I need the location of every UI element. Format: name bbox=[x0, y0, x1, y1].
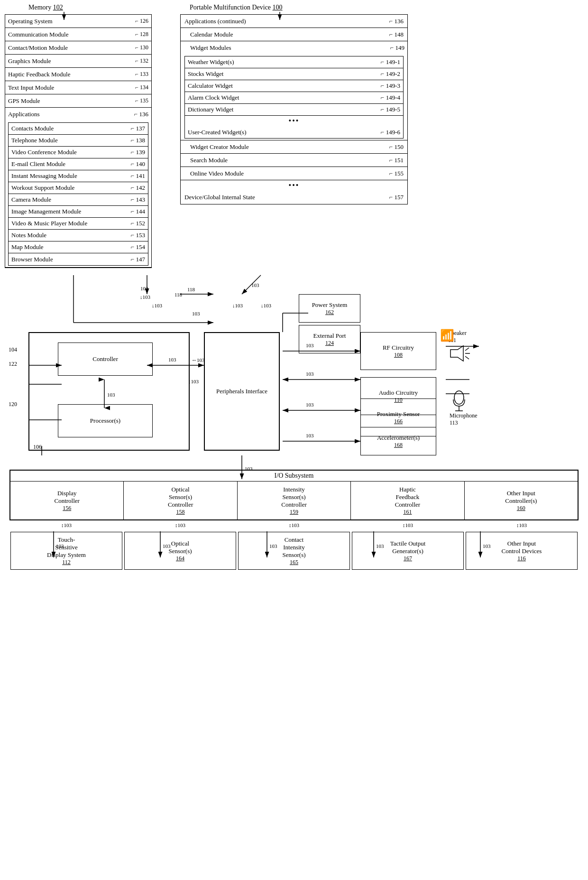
sub-notes: Notes Module ⌐ 153 bbox=[9, 230, 148, 241]
device-row-search: Search Module ⌐ 151 bbox=[181, 154, 407, 167]
controller-label: Controller bbox=[92, 355, 118, 363]
power-system-block: Power System 162 bbox=[299, 294, 360, 323]
memory-row-contact: Contact/Motion Module ⌐ 130 bbox=[5, 41, 151, 55]
controller-block: Controller bbox=[58, 343, 153, 376]
accel-label: Accelerometer(s) bbox=[377, 434, 420, 442]
sub-map: Map Module ⌐ 154 bbox=[9, 241, 148, 253]
memory-label: Memory 102 bbox=[28, 4, 63, 11]
io-ctrl-optical-ref: 158 bbox=[168, 509, 193, 516]
antenna-icon: 📶 bbox=[440, 329, 454, 342]
graphics-ref: ⌐ 132 bbox=[135, 57, 148, 65]
io-ctrl-haptic: HapticFeedbackController 161 bbox=[351, 482, 464, 519]
microphone-container: Microphone 113 bbox=[450, 389, 478, 426]
comm-label: Communication Module bbox=[8, 31, 133, 38]
memory-apps-group: Applications ⌐ 136 Contacts Module ⌐ 137… bbox=[5, 108, 151, 268]
sub-contacts: Contacts Module ⌐ 137 bbox=[9, 123, 148, 135]
memory-section: Memory 102 Operating System ⌐ 126 Commun… bbox=[5, 14, 152, 268]
io-subsystem: I/O Subsystem DisplayController 156 Opti… bbox=[9, 470, 579, 570]
power-system-label: Power System bbox=[312, 301, 348, 309]
ref-103-a: ↓103 bbox=[152, 303, 162, 308]
haptic-ref: ⌐ 133 bbox=[135, 71, 148, 78]
io-arrow-103-2: ↕103 bbox=[123, 522, 237, 528]
rf-ref: 108 bbox=[383, 352, 414, 359]
io-ctrl-haptic-label: HapticFeedbackController bbox=[395, 486, 420, 509]
svg-line-30 bbox=[242, 275, 261, 294]
widget-stocks: Stocks Widget ⌐ 149-2 bbox=[185, 68, 403, 80]
io-ctrl-intensity-label: IntensitySensor(s)Controller bbox=[281, 486, 306, 509]
io-ctrl-other: Other InputController(s) 160 bbox=[465, 482, 578, 519]
rf-circuitry-block: RF Circuitry 108 bbox=[360, 332, 436, 370]
io-ctrl-optical: OpticalSensor(s)Controller 158 bbox=[124, 482, 237, 519]
device-section: Portable Multifunction Device 100 Applic… bbox=[180, 14, 408, 204]
device-header-ref: ⌐ 136 bbox=[389, 18, 404, 25]
gps-label: GPS Module bbox=[8, 97, 133, 105]
ref-103-ctrl-periph: ↔103 bbox=[192, 357, 205, 363]
io-dev-contactintensity-label: ContactIntensitySensor(s) bbox=[282, 536, 305, 559]
microphone-label: Microphone bbox=[450, 412, 478, 419]
widget-alarm: Alarm Clock Widget ⌐ 149-4 bbox=[185, 92, 403, 104]
svg-text:103: 103 bbox=[306, 433, 314, 438]
sub-camera: Camera Module ⌐ 143 bbox=[9, 194, 148, 206]
device-widget-subbox: Weather Widget(s) ⌐ 149-1 Stocks Widget … bbox=[184, 56, 404, 139]
io-dev-otherinput: Other InputControl Devices 116 bbox=[466, 532, 578, 570]
io-outer-box: I/O Subsystem DisplayController 156 Opti… bbox=[9, 470, 579, 520]
ref-122: 122 bbox=[9, 361, 17, 368]
ref-118: 118 bbox=[175, 292, 182, 297]
io-ctrl-display: DisplayController 156 bbox=[10, 482, 124, 519]
ref-103-proc-periph: ↕103 bbox=[188, 379, 199, 384]
io-arrow-103-4: ↕103 bbox=[351, 522, 465, 528]
peripherals-interface-block: Peripherals Interface bbox=[204, 332, 280, 451]
io-ctrl-display-label: DisplayController bbox=[54, 490, 79, 505]
memory-row-text: Text Input Module ⌐ 134 bbox=[5, 81, 151, 94]
svg-point-51 bbox=[454, 391, 464, 404]
io-devices-row: Touch-SensitiveDisplay System 112 Optica… bbox=[9, 532, 579, 570]
apps-label: Applications bbox=[8, 111, 39, 118]
io-dev-tactile-ref: 167 bbox=[390, 555, 426, 562]
power-system-ref: 162 bbox=[312, 309, 348, 316]
comm-ref: ⌐ 128 bbox=[135, 31, 148, 38]
sub-workout: Workout Support Module ⌐ 142 bbox=[9, 182, 148, 194]
svg-line-50 bbox=[465, 356, 469, 359]
io-dev-touchdisplay-ref: 112 bbox=[47, 559, 86, 566]
io-ctrl-intensity: IntensitySensor(s)Controller 159 bbox=[238, 482, 351, 519]
memory-row-comm: Communication Module ⌐ 128 bbox=[5, 28, 151, 41]
io-dev-tactile: Tactile OutputGenerator(s) 167 bbox=[352, 532, 464, 570]
apps-ref: ⌐ 136 bbox=[134, 111, 148, 118]
device-box: Applications (continued) ⌐ 136 Calendar … bbox=[180, 14, 408, 204]
io-ctrl-display-ref: 156 bbox=[54, 505, 79, 512]
device-header-label: Applications (continued) bbox=[184, 18, 246, 25]
svg-line-48 bbox=[465, 348, 469, 351]
ref-106: 106 bbox=[33, 444, 42, 451]
accelerometers-block: Accelerometer(s) 168 bbox=[360, 427, 436, 455]
external-port-block: External Port 124 bbox=[299, 325, 360, 353]
device-dots: ••• bbox=[181, 180, 407, 191]
io-label: I/O Subsystem bbox=[10, 471, 578, 482]
memory-row-os: Operating System ⌐ 126 bbox=[5, 15, 151, 28]
io-dev-contactintensity: ContactIntensitySensor(s) 165 bbox=[238, 532, 350, 570]
io-dev-otherinput-label: Other InputControl Devices bbox=[502, 540, 542, 555]
microphone-ref: 113 bbox=[450, 419, 478, 426]
ref-103-c: ↓103 bbox=[261, 303, 271, 308]
io-ctrl-haptic-ref: 161 bbox=[395, 509, 420, 516]
processor-block: Processor(s) bbox=[58, 404, 153, 437]
widget-usercreated: User-Created Widget(s) ⌐ 149-6 bbox=[185, 126, 403, 138]
microphone-icon bbox=[450, 389, 469, 413]
processor-label: Processor(s) bbox=[90, 417, 120, 425]
io-dev-optical: OpticalSensor(s) 164 bbox=[124, 532, 236, 570]
io-dev-optical-label: OpticalSensor(s) bbox=[168, 540, 192, 555]
memory-row-haptic: Haptic Feedback Module ⌐ 133 bbox=[5, 68, 151, 81]
memory-row-gps: GPS Module ⌐ 135 bbox=[5, 94, 151, 108]
ref-103-ext: 103 bbox=[192, 311, 200, 316]
device-header-row: Applications (continued) ⌐ 136 bbox=[181, 15, 407, 28]
graphics-label: Graphics Module bbox=[8, 57, 133, 65]
io-ctrl-intensity-ref: 159 bbox=[281, 509, 306, 516]
io-ctrl-other-ref: 160 bbox=[505, 505, 537, 512]
io-controllers-row: DisplayController 156 OpticalSensor(s)Co… bbox=[10, 482, 578, 519]
io-dev-touchdisplay-label: Touch-SensitiveDisplay System bbox=[47, 536, 86, 559]
device-widget-header: Widget Modules ⌐ 149 bbox=[181, 41, 407, 55]
io-arrow-103-1: ↕103 bbox=[9, 522, 123, 528]
device-row-globalstate: Device/Global Internal State ⌐ 157 bbox=[181, 191, 407, 204]
text-ref: ⌐ 134 bbox=[135, 84, 148, 91]
os-ref: ⌐ 126 bbox=[135, 18, 148, 25]
widget-calculator: Calculator Widget ⌐ 149-3 bbox=[185, 80, 403, 92]
